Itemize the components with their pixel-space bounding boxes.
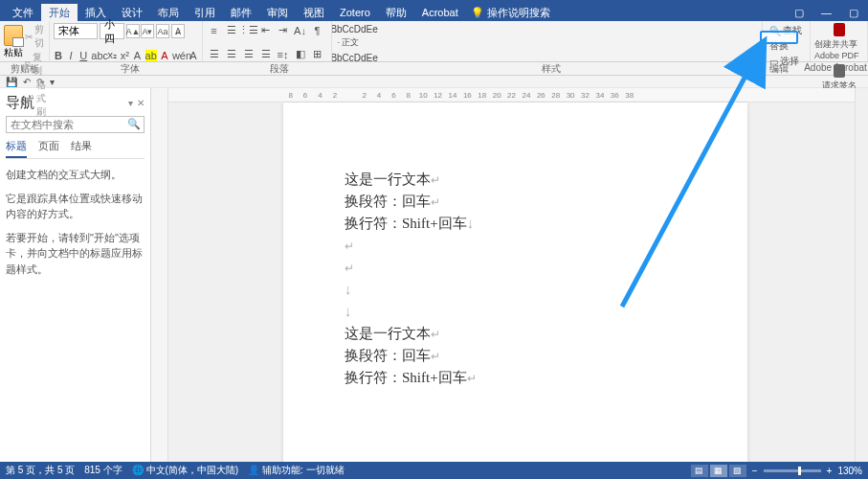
search-icon[interactable]: 🔍	[127, 118, 141, 130]
ribbon-group-labels: 剪贴板 字体 段落 样式 编辑 Adobe Acrobat	[0, 62, 868, 76]
zoom-slider[interactable]	[764, 469, 821, 472]
tab-view[interactable]: 视图	[296, 4, 332, 22]
chevron-left-icon: ◂	[157, 6, 162, 15]
line-spacing-button[interactable]: ≡↕	[276, 47, 290, 61]
tab-acrobat[interactable]: Acrobat	[414, 5, 466, 20]
tab-home[interactable]: 开始	[41, 4, 78, 22]
italic-button[interactable]: I	[66, 50, 76, 61]
paste-button[interactable]: 粘贴	[4, 23, 23, 119]
paste-icon	[4, 25, 23, 46]
clear-formatting-button[interactable]: A̷	[171, 24, 185, 38]
nav-tab-pages[interactable]: 页面	[38, 139, 59, 158]
increase-indent-button[interactable]: ⇥	[276, 23, 290, 37]
align-right-button[interactable]: ☰	[241, 47, 256, 61]
ribbon-display-options-icon[interactable]: ▢	[794, 7, 804, 19]
group-clipboard: 粘贴 ✂ 剪切 ⎘ 复制 🖌 格式刷	[0, 21, 50, 61]
nav-close-icon[interactable]: ✕	[137, 98, 145, 108]
tab-zotero[interactable]: Zotero	[332, 5, 378, 20]
status-pages[interactable]: 第 5 页，共 5 页	[6, 464, 75, 477]
nav-body: 创建文档的交互式大纲。 它是跟踪具体位置或快速移动内容的好方式。 若要开始，请转…	[6, 167, 145, 285]
nav-search-input[interactable]	[6, 116, 145, 133]
signature-icon	[834, 64, 845, 78]
style-item[interactable]: AaBbCcDdEe图片标注	[334, 52, 363, 61]
nav-tab-results[interactable]: 结果	[71, 139, 92, 158]
vertical-ruler[interactable]	[151, 88, 168, 477]
style-item[interactable]: AaBbCcDdEe· 正文	[334, 23, 363, 50]
text-effects-button[interactable]: A	[132, 50, 142, 61]
minimize-icon[interactable]: —	[821, 7, 832, 19]
document-page[interactable]: 这是一行文本↵ 换段符：回车↵ 换行符：Shift+回车↓ ↵ ↵ ↓ ↓ 这是…	[283, 103, 747, 477]
decrease-indent-button[interactable]: ⇤	[258, 23, 273, 37]
tab-review[interactable]: 审阅	[259, 4, 296, 22]
pdf-icon	[834, 23, 845, 36]
select-button[interactable]: ▭ 选择	[767, 54, 806, 69]
superscript-button[interactable]: x²	[120, 50, 129, 61]
maximize-icon[interactable]: ▢	[849, 7, 858, 19]
tab-file[interactable]: 文件	[5, 4, 41, 22]
align-center-button[interactable]: ☰	[224, 47, 238, 61]
font-size-combo[interactable]: 小四	[100, 23, 124, 39]
phonetic-guide-button[interactable]: wén	[172, 50, 186, 61]
create-pdf-button[interactable]: 创建并共享 Adobe PDF	[814, 23, 863, 60]
paste-label: 粘贴	[4, 46, 23, 59]
status-accessibility[interactable]: 👤 辅助功能: 一切就绪	[248, 464, 344, 477]
format-painter-button[interactable]: 🖌 格式刷	[25, 79, 46, 119]
tab-help[interactable]: 帮助	[378, 4, 414, 22]
qat-customize-button[interactable]: ▾	[50, 77, 55, 87]
group-acrobat: 创建并共享 Adobe PDF 请求签名	[811, 21, 868, 61]
nav-search: 🔍	[6, 116, 145, 133]
document-area: 86422468101214161820222426283032343638 这…	[151, 88, 868, 477]
tab-mailings[interactable]: 邮件	[223, 4, 259, 22]
quick-access-toolbar: 💾 ↶ ↷ ▾	[0, 76, 868, 88]
status-words[interactable]: 815 个字	[84, 464, 122, 477]
zoom-level[interactable]: 130%	[837, 466, 862, 476]
status-bar: 第 5 页，共 5 页 815 个字 🌐 中文(简体，中国大陆) 👤 辅助功能:…	[0, 462, 868, 479]
zoom-in-button[interactable]: +	[827, 466, 833, 476]
horizontal-ruler[interactable]: 86422468101214161820222426283032343638	[168, 88, 855, 103]
group-paragraph: ≡ ☰ ⋮☰ ⇤ ⇥ A↓ ¶ ☰ ☰ ☰ ☰ ≡↕ ◧ ⊞	[203, 21, 332, 61]
annotation-highlight	[760, 31, 798, 44]
numbering-button[interactable]: ☰	[224, 23, 238, 37]
bold-button[interactable]: B	[54, 50, 63, 61]
ribbon-tabs: 文件 开始 插入 设计 布局 引用 邮件 审阅 视图 Zotero 帮助 Acr…	[0, 4, 868, 21]
zoom-out-button[interactable]: −	[752, 466, 758, 476]
nav-dropdown-icon[interactable]: ▾	[128, 98, 133, 108]
justify-button[interactable]: ☰	[258, 47, 273, 61]
group-styles: AaBbCcDdEe· 正文AaBbCcDdEe图片标注AaBbCcDdEe标题…	[332, 21, 763, 61]
borders-button[interactable]: ⊞	[310, 47, 324, 61]
status-language[interactable]: 🌐 中文(简体，中国大陆)	[132, 464, 238, 477]
strikethrough-button[interactable]: abc	[91, 50, 104, 61]
view-read-mode[interactable]: ▤	[691, 465, 708, 477]
multilevel-button[interactable]: ⋮☰	[241, 23, 256, 37]
subscript-button[interactable]: x₂	[107, 49, 117, 61]
tab-references[interactable]: 引用	[187, 4, 223, 22]
lightbulb-icon: 💡	[471, 7, 484, 19]
main-area: 导航 ▾ ✕ 🔍 标题 页面 结果 创建文档的交互式大纲。 它是跟踪具体位置或快…	[0, 88, 868, 477]
shading-button[interactable]: ◧	[293, 47, 307, 61]
vertical-scrollbar[interactable]	[855, 88, 868, 477]
tell-me-label: 操作说明搜索	[487, 6, 550, 20]
navigation-pane: 导航 ▾ ✕ 🔍 标题 页面 结果 创建文档的交互式大纲。 它是跟踪具体位置或快…	[0, 88, 151, 477]
char-border-button[interactable]: A	[189, 50, 198, 61]
tell-me-search[interactable]: 💡 操作说明搜索	[471, 6, 550, 20]
view-web-layout[interactable]: ▧	[729, 465, 746, 477]
bullets-button[interactable]: ≡	[207, 23, 221, 37]
underline-button[interactable]: U	[78, 50, 88, 61]
increase-font-button[interactable]: A▲	[126, 24, 140, 38]
nav-tab-headings[interactable]: 标题	[6, 139, 27, 158]
show-marks-button[interactable]: ¶	[310, 23, 324, 37]
ribbon: 粘贴 ✂ 剪切 ⎘ 复制 🖌 格式刷 宋体 小四 A▲ A▾ Aa A̷ B I…	[0, 21, 868, 62]
align-left-button[interactable]: ☰	[207, 47, 221, 61]
sort-button[interactable]: A↓	[293, 23, 307, 37]
group-editing: 🔍 查找 替换 ▭ 选择	[763, 21, 811, 61]
copy-button[interactable]: ⎘ 复制	[25, 51, 46, 78]
group-font: 宋体 小四 A▲ A▾ Aa A̷ B I U abc x₂ x² A ab A…	[50, 21, 203, 61]
font-name-combo[interactable]: 宋体	[54, 23, 98, 39]
view-print-layout[interactable]: ▦	[710, 465, 727, 477]
cut-button[interactable]: ✂ 剪切	[25, 23, 46, 50]
